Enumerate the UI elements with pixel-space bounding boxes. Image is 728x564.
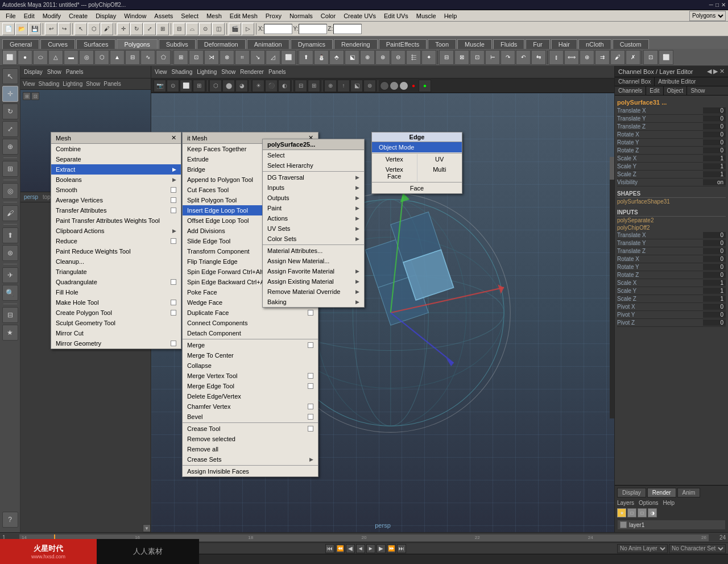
transfer-btn[interactable]: ⇉ — [595, 50, 610, 65]
em-collapse[interactable]: Collapse — [183, 360, 318, 371]
em-delete-edge[interactable]: Delete Edge/Vertex — [183, 391, 318, 401]
cb-help-menu[interactable]: Help — [663, 500, 675, 506]
select-btn[interactable]: ↖ — [75, 23, 87, 35]
vp-renderer-menu[interactable]: Renderer — [240, 69, 264, 75]
render-btn[interactable]: 🎬 — [229, 23, 241, 35]
pb-next-frame-btn[interactable]: ▶ — [377, 544, 386, 553]
tab-custom[interactable]: Custom — [613, 39, 649, 49]
em-assign-invisible[interactable]: Assign Invisible Faces — [183, 466, 318, 476]
smooth-btn[interactable]: ⌗ — [235, 50, 250, 65]
redo-btn[interactable]: ↪ — [58, 23, 71, 35]
close-btn[interactable]: ✕ — [721, 2, 726, 8]
pb-next-key-btn[interactable]: ⏩ — [387, 544, 396, 553]
universal-tool-btn[interactable]: ⊕ — [2, 139, 18, 155]
poly-cyl-btn[interactable]: ⬭ — [33, 50, 48, 65]
cb-menu-show[interactable]: Show — [687, 86, 708, 95]
layer-icon2[interactable]: □ — [627, 508, 636, 517]
poly-cube-btn[interactable]: ⬜ — [2, 50, 17, 65]
cb-tab-attribute-editor[interactable]: Attribute Editor — [655, 77, 699, 86]
mini-panels-menu[interactable]: Panels — [104, 81, 121, 87]
menu-assets[interactable]: Assets — [151, 12, 176, 20]
tab-fluids[interactable]: Fluids — [493, 39, 524, 49]
vp-frame-sel-btn[interactable]: ⊞ — [193, 80, 205, 92]
poly-pipe-btn[interactable]: ⊟ — [125, 50, 140, 65]
char-set-dropdown[interactable]: No Character Set — [669, 544, 726, 553]
cb-render-tab[interactable]: Render — [647, 488, 676, 497]
cb-scroll-left[interactable]: ◀ — [707, 68, 712, 75]
scroll-down-btn[interactable]: ▼ — [143, 524, 151, 532]
mini-vp-icon2[interactable]: ⊡ — [31, 92, 39, 100]
edge-loop-btn[interactable]: ⊟ — [439, 50, 454, 65]
cb-scrollbar-thumb[interactable] — [610, 157, 614, 180]
mesh-item-paint-transfer[interactable]: Paint Transfer Attributes Weights Tool — [51, 215, 181, 226]
wedge-btn[interactable]: ⬘ — [329, 50, 344, 65]
mesh-item-cleanup[interactable]: Cleanup... — [51, 256, 181, 267]
pb-play-back-btn[interactable]: ◄ — [356, 544, 365, 553]
vp-shading-menu[interactable]: Shading — [172, 69, 193, 75]
spin-bk-btn[interactable]: ↶ — [516, 50, 531, 65]
vp-backface-btn[interactable]: ⊛ — [363, 80, 376, 92]
menu-help[interactable]: Help — [441, 12, 461, 20]
coord-x-input[interactable] — [264, 24, 292, 34]
vp-view-menu[interactable]: View — [155, 69, 167, 75]
tab-hair[interactable]: Hair — [551, 39, 577, 49]
tab-general[interactable]: General — [2, 39, 39, 49]
vertex-item[interactable]: Vertex — [372, 154, 417, 164]
layer-icon1[interactable]: ★ — [617, 508, 626, 517]
layer1-item[interactable]: layer1 — [617, 520, 726, 530]
mesh-item-extract[interactable]: Extract ▶ — [51, 164, 181, 175]
workspace-dropdown[interactable]: Polygons — [689, 11, 726, 21]
paint-btn[interactable]: 🖌 — [101, 23, 113, 35]
tab-dynamics[interactable]: Dynamics — [291, 39, 333, 49]
vp-circle1-btn[interactable] — [380, 81, 389, 90]
uv-layout-btn[interactable]: ⊡ — [643, 50, 658, 65]
em-crease-sets[interactable]: Crease Sets ▶ — [183, 454, 318, 465]
poly-assign-new-item[interactable]: Assign New Material... — [263, 256, 364, 266]
snap-grid-btn[interactable]: ⊟ — [173, 23, 185, 35]
poly-remove-override-item[interactable]: Remove Material Override▶ — [263, 287, 364, 297]
pb-prev-key-btn[interactable]: ⏪ — [336, 544, 345, 553]
poly-select-hier-item[interactable]: Select Hierarchy — [263, 160, 364, 171]
mesh-item-separate[interactable]: Separate — [51, 154, 181, 164]
mesh-item-mirror-cut[interactable]: Mirror Cut — [51, 328, 181, 338]
vp-panels-menu[interactable]: Panels — [268, 69, 286, 75]
scale-tool-btn[interactable]: ⤢ — [2, 121, 18, 137]
minimize-btn[interactable]: ─ — [709, 2, 713, 8]
cb-display-tab[interactable]: Display — [617, 488, 646, 497]
menu-mesh[interactable]: Mesh — [203, 12, 225, 20]
menu-edit[interactable]: Edit — [20, 12, 38, 20]
poke-btn[interactable]: ✦ — [421, 50, 436, 65]
mini-shading-menu[interactable]: Shading — [39, 81, 60, 87]
new-scene-btn[interactable]: 📄 — [2, 23, 15, 35]
extrude-btn[interactable]: ⬆ — [299, 50, 313, 65]
lasso-btn[interactable]: ⬡ — [88, 23, 100, 35]
poly-assign-exist-item[interactable]: Assign Existing Material▶ — [263, 276, 364, 287]
mesh-item-avg-vertices[interactable]: Average Vertices — [51, 195, 181, 205]
em-merge-edge[interactable]: Merge Edge Tool — [183, 381, 318, 391]
separate-btn[interactable]: ⊡ — [189, 50, 204, 65]
vertex-face-item[interactable]: Vertex Face — [372, 164, 417, 181]
vp-camera-btn[interactable]: 📷 — [154, 80, 166, 92]
poly-torus-btn[interactable]: ◎ — [79, 50, 94, 65]
spin-fwd-btn[interactable]: ↷ — [500, 50, 515, 65]
tab-muscle[interactable]: Muscle — [457, 39, 492, 49]
universal-btn[interactable]: ⊞ — [156, 23, 169, 35]
pb-end-btn[interactable]: ⏭ — [397, 544, 406, 553]
poly-mat-attr-item[interactable]: Material Attributes... — [263, 246, 364, 256]
poly-sphere-btn[interactable]: ● — [18, 50, 32, 65]
extract-btn[interactable]: ⋊ — [204, 50, 219, 65]
em-remove-sel[interactable]: Remove selected — [183, 434, 318, 444]
combine-btn[interactable]: ⊞ — [173, 50, 188, 65]
extrude-tool-btn[interactable]: ⬆ — [2, 227, 18, 243]
mirror-cut-btn[interactable]: ⫿ — [549, 50, 564, 65]
reduce-btn[interactable]: ↘ — [250, 50, 265, 65]
tab-surfaces[interactable]: Surfaces — [76, 39, 115, 49]
menu-create[interactable]: Create — [65, 12, 91, 20]
vp-circle3-btn[interactable] — [399, 81, 408, 90]
poly-pyramid-btn[interactable]: ▲ — [110, 50, 125, 65]
save-btn[interactable]: 💾 — [28, 23, 41, 35]
pb-start-btn[interactable]: ⏮ — [325, 544, 334, 553]
slide-edge-btn[interactable]: ⊢ — [485, 50, 500, 65]
mesh-menu-close[interactable]: ✕ — [171, 134, 176, 142]
uv-item[interactable]: UV — [417, 154, 462, 164]
